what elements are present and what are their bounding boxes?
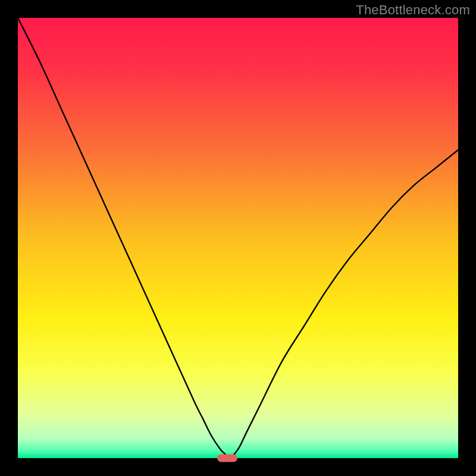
chart-frame: TheBottleneck.com: [0, 0, 476, 476]
optimal-marker: [217, 455, 237, 462]
bottleneck-curve: [18, 18, 458, 458]
watermark-text: TheBottleneck.com: [356, 2, 470, 18]
curve-layer: [18, 18, 458, 458]
plot-area: [18, 18, 458, 458]
